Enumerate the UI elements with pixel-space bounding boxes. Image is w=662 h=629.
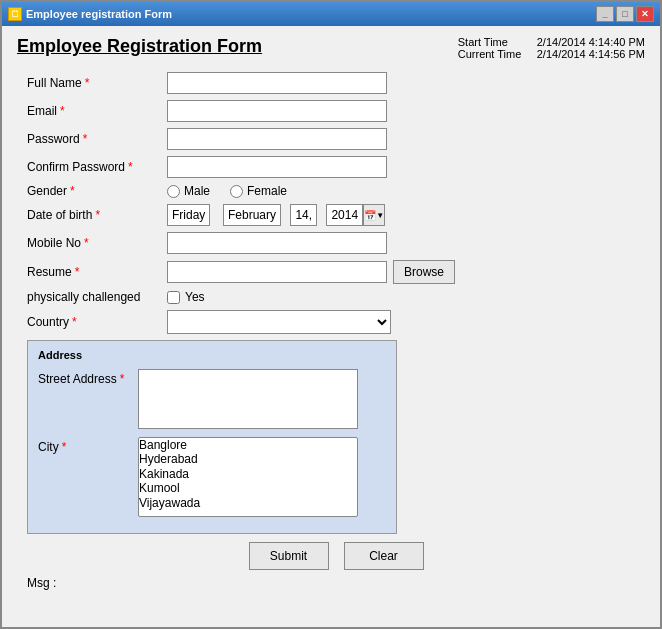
resume-row: Resume * Browse xyxy=(27,260,645,284)
country-label: Country * xyxy=(27,315,167,329)
dob-required: * xyxy=(95,208,100,222)
password-row: Password * xyxy=(27,128,645,150)
resume-input[interactable] xyxy=(167,261,387,283)
dob-date-field[interactable]: 14, xyxy=(290,204,317,226)
street-address-label: Street Address * xyxy=(38,369,138,386)
resume-required: * xyxy=(75,265,80,279)
time-info: Start Time 2/14/2014 4:14:40 PM Current … xyxy=(458,36,645,60)
gender-radio-group: Male Female xyxy=(167,184,287,198)
main-window: 🗒 Employee registration Form _ □ ✕ Emplo… xyxy=(0,0,662,629)
gender-required: * xyxy=(70,184,75,198)
title-bar: 🗒 Employee registration Form _ □ ✕ xyxy=(2,2,660,26)
title-bar-left: 🗒 Employee registration Form xyxy=(8,7,172,21)
start-time-label: Start Time xyxy=(458,36,533,48)
city-required: * xyxy=(62,440,67,454)
form-section: Full Name * Email * Password * xyxy=(27,72,645,590)
maximize-button[interactable]: □ xyxy=(616,6,634,22)
current-time-label: Current Time xyxy=(458,48,533,60)
calendar-icon: 📅 xyxy=(364,210,376,221)
email-required: * xyxy=(60,104,65,118)
close-button[interactable]: ✕ xyxy=(636,6,654,22)
dob-month-field[interactable]: February xyxy=(223,204,281,226)
window-icon: 🗒 xyxy=(8,7,22,21)
gender-female-option[interactable]: Female xyxy=(230,184,287,198)
clear-button[interactable]: Clear xyxy=(344,542,424,570)
phys-challenge-yes-label: Yes xyxy=(185,290,205,304)
browse-button[interactable]: Browse xyxy=(393,260,455,284)
confirm-password-input[interactable] xyxy=(167,156,387,178)
street-address-textarea[interactable] xyxy=(138,369,358,429)
dob-day-field[interactable]: Friday xyxy=(167,204,210,226)
full-name-row: Full Name * xyxy=(27,72,645,94)
street-address-row: Street Address * xyxy=(38,369,386,429)
email-row: Email * xyxy=(27,100,645,122)
gender-male-label: Male xyxy=(184,184,210,198)
start-time-row: Start Time 2/14/2014 4:14:40 PM xyxy=(458,36,645,48)
street-required: * xyxy=(120,372,125,386)
gender-label: Gender * xyxy=(27,184,167,198)
title-buttons: _ □ ✕ xyxy=(596,6,654,22)
country-required: * xyxy=(72,315,77,329)
phys-challenge-checkbox-row: Yes xyxy=(167,290,205,304)
start-time-value: 2/14/2014 4:14:40 PM xyxy=(537,36,645,48)
dob-year-field[interactable]: 2014 xyxy=(326,204,363,226)
current-time-value: 2/14/2014 4:14:56 PM xyxy=(537,48,645,60)
current-time-row: Current Time 2/14/2014 4:14:56 PM xyxy=(458,48,645,60)
dob-label: Date of birth * xyxy=(27,208,167,222)
gender-female-label: Female xyxy=(247,184,287,198)
phys-challenge-checkbox[interactable] xyxy=(167,291,180,304)
button-row: Submit Clear xyxy=(27,542,645,570)
mobile-required: * xyxy=(84,236,89,250)
date-picker-button[interactable]: 📅 ▼ xyxy=(363,204,385,226)
email-input[interactable] xyxy=(167,100,387,122)
address-section: Address Street Address * City * xyxy=(27,340,397,534)
form-title: Employee Registration Form xyxy=(17,36,262,57)
content-area: Employee Registration Form Start Time 2/… xyxy=(2,26,660,627)
full-name-required: * xyxy=(85,76,90,90)
country-select[interactable] xyxy=(167,310,391,334)
password-input[interactable] xyxy=(167,128,387,150)
password-required: * xyxy=(83,132,88,146)
phys-challenge-label: physically challenged xyxy=(27,290,167,304)
country-row: Country * xyxy=(27,310,645,334)
window-title: Employee registration Form xyxy=(26,8,172,20)
phys-challenge-row: physically challenged Yes xyxy=(27,290,645,304)
msg-row: Msg : xyxy=(27,576,645,590)
dob-space2 xyxy=(317,208,326,222)
password-label: Password * xyxy=(27,132,167,146)
minimize-button[interactable]: _ xyxy=(596,6,614,22)
submit-button[interactable]: Submit xyxy=(249,542,329,570)
resume-field-row: Browse xyxy=(167,260,455,284)
date-picker-row: Friday February 14, 2014 📅 xyxy=(167,204,385,226)
mobile-row: Mobile No * xyxy=(27,232,645,254)
resume-label: Resume * xyxy=(27,265,167,279)
msg-label: Msg : xyxy=(27,576,56,590)
city-row: City * BangloreHyderabadKakinadaKumoolVi… xyxy=(38,437,386,517)
confirm-password-label: Confirm Password * xyxy=(27,160,167,174)
gender-male-option[interactable]: Male xyxy=(167,184,210,198)
city-listbox[interactable]: BangloreHyderabadKakinadaKumoolVijayawad… xyxy=(138,437,358,517)
confirm-password-required: * xyxy=(128,160,133,174)
address-legend: Address xyxy=(38,349,386,361)
header-row: Employee Registration Form Start Time 2/… xyxy=(17,36,645,60)
dropdown-arrow-icon: ▼ xyxy=(376,211,384,220)
full-name-input[interactable] xyxy=(167,72,387,94)
full-name-label: Full Name * xyxy=(27,76,167,90)
dob-space xyxy=(281,208,290,222)
email-label: Email * xyxy=(27,104,167,118)
dob-sep1 xyxy=(210,208,223,222)
confirm-password-row: Confirm Password * xyxy=(27,156,645,178)
gender-row: Gender * Male Female xyxy=(27,184,645,198)
dob-row: Date of birth * Friday February 14, xyxy=(27,204,645,226)
gender-male-radio[interactable] xyxy=(167,185,180,198)
mobile-label: Mobile No * xyxy=(27,236,167,250)
gender-female-radio[interactable] xyxy=(230,185,243,198)
city-label: City * xyxy=(38,437,138,454)
mobile-input[interactable] xyxy=(167,232,387,254)
